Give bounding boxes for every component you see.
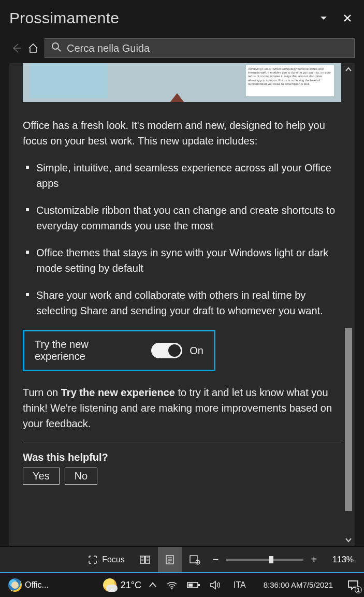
print-layout-button[interactable]: [158, 547, 182, 572]
svg-rect-7: [188, 584, 193, 587]
try-experience-label: Try the new experience: [35, 339, 140, 362]
scroll-thumb[interactable]: [345, 328, 352, 511]
tray-overflow-button[interactable]: [149, 582, 157, 588]
scrollbar[interactable]: [343, 63, 354, 546]
search-input[interactable]: [67, 42, 348, 54]
scroll-up-button[interactable]: [343, 63, 354, 76]
helpful-buttons: Yes No: [23, 468, 341, 485]
clock[interactable]: 8:36:00 AM 7/5/2021: [258, 580, 338, 590]
web-layout-button[interactable]: [182, 547, 208, 572]
notifications-button[interactable]: 1: [347, 580, 359, 590]
home-button[interactable]: [26, 41, 40, 55]
helpful-question: Was this helpful?: [23, 452, 341, 463]
scroll-track[interactable]: [343, 76, 354, 534]
svg-rect-6: [198, 584, 200, 586]
feature-item: Share your work and collaborate with oth…: [23, 287, 341, 318]
battery-icon[interactable]: [187, 581, 200, 589]
zoom-control: − + 113%: [211, 554, 354, 565]
paint-icon: [8, 578, 22, 592]
system-tray: ITA 8:36:00 AM 7/5/2021 1: [149, 580, 359, 590]
feature-item: Customizable ribbon that you can change …: [23, 202, 341, 234]
helpful-yes-button[interactable]: Yes: [23, 468, 60, 485]
search-box[interactable]: [45, 38, 355, 58]
wifi-icon[interactable]: [166, 580, 178, 590]
read-mode-button[interactable]: [132, 547, 158, 572]
svg-point-4: [171, 588, 173, 590]
feature-item: Simple, intuitive, and seamless experien…: [23, 160, 341, 191]
nav-row: [6, 36, 358, 63]
divider: [23, 443, 341, 443]
back-button[interactable]: [9, 41, 24, 55]
notification-badge: 1: [355, 586, 362, 593]
panel-header: Prossimamente: [6, 4, 358, 36]
zoom-in-button[interactable]: +: [309, 554, 319, 565]
intro-text: Office has a fresh look. It's modern and…: [23, 118, 341, 149]
volume-icon[interactable]: [210, 580, 221, 590]
content-wrap: Achieving Focus: When technology communi…: [9, 63, 355, 546]
turn-on-text: Turn on Try the new experience to try it…: [23, 385, 341, 431]
search-icon: [51, 42, 62, 54]
zoom-value[interactable]: 113%: [332, 555, 354, 564]
svg-point-0: [52, 43, 59, 49]
toggle-knob: [168, 344, 181, 357]
page-icon: [165, 555, 174, 565]
svg-rect-2: [190, 556, 197, 563]
feature-preview-image: Achieving Focus: When technology communi…: [23, 63, 341, 102]
book-icon: [139, 555, 151, 564]
svg-rect-1: [166, 556, 173, 564]
zoom-slider[interactable]: [226, 559, 303, 561]
help-content: Achieving Focus: When technology communi…: [9, 63, 355, 546]
panel-title: Prossimamente: [9, 9, 307, 27]
helpful-no-button[interactable]: No: [65, 468, 98, 485]
try-experience-box: Try the new experience On: [23, 330, 215, 371]
try-experience-toggle[interactable]: [151, 343, 183, 358]
zoom-slider-thumb[interactable]: [269, 556, 273, 563]
weather-widget[interactable]: 21°C: [103, 578, 141, 592]
coming-soon-panel: Prossimamente Achieving Focus: When tech: [0, 0, 364, 546]
web-icon: [189, 555, 200, 565]
focus-mode-button[interactable]: Focus: [80, 547, 132, 572]
zoom-out-button[interactable]: −: [211, 554, 221, 565]
feature-list: Simple, intuitive, and seamless experien…: [23, 160, 341, 318]
toggle-state-label: On: [190, 345, 203, 357]
taskbar-app-office[interactable]: Offic...: [5, 576, 52, 594]
status-bar: Focus − + 113%: [0, 546, 364, 572]
close-button[interactable]: [340, 11, 355, 25]
taskbar: Offic... 21°C ITA 8:36:00 AM 7/5/2021 1: [0, 572, 364, 597]
weather-icon: [103, 578, 117, 592]
dropdown-button[interactable]: [316, 11, 331, 25]
focus-icon: [88, 555, 98, 565]
language-indicator[interactable]: ITA: [230, 580, 249, 590]
scroll-down-button[interactable]: [343, 534, 354, 546]
feature-item: Office themes that stays in sync with yo…: [23, 245, 341, 276]
